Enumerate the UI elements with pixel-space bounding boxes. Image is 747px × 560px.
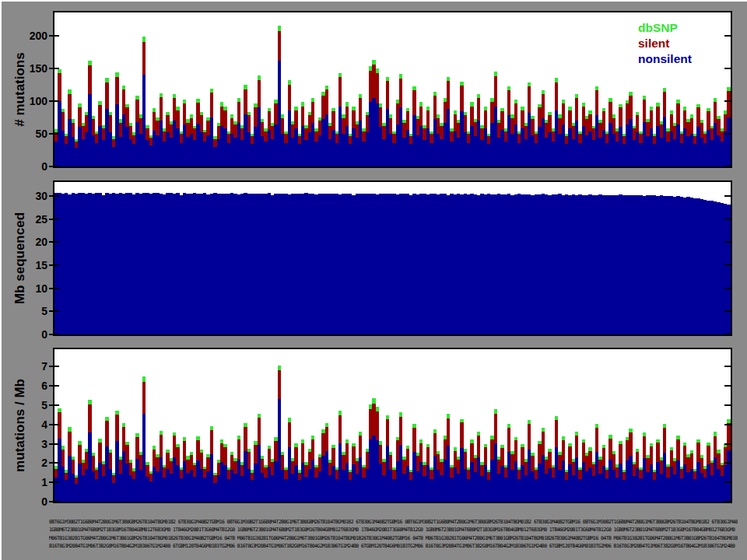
y-tick-label: 25 [35, 214, 47, 225]
y-tick-label: 50 [35, 128, 47, 139]
figure-canvas: # mutations Mb sequenced mutations / Mb … [0, 0, 747, 560]
y-tick-mark [724, 443, 731, 445]
panel-mutation-rate: 01234567 [53, 348, 732, 503]
y-tick-label: 7 [41, 361, 47, 372]
sample-bar [727, 349, 730, 502]
figure-top-edge [0, 0, 747, 2]
y-tick-label: 1 [41, 477, 47, 488]
y-tick-mark [49, 166, 59, 167]
bar-segment-mb_sequenced [727, 205, 730, 334]
y-tick-label: 10 [35, 283, 47, 294]
y-tick-mark [49, 424, 59, 425]
y-tick-label: 15 [35, 260, 47, 271]
y-tick-label: 3 [41, 439, 47, 450]
y-tick-mark [724, 501, 731, 502]
y-tick-mark [49, 334, 59, 335]
stacked-bars-mutation-rate [54, 349, 731, 502]
panel-mb-sequenced: 051015202530 [53, 180, 732, 336]
y-tick-mark [49, 462, 59, 464]
y-tick-mark [724, 310, 731, 312]
bar-segment-silent [727, 423, 730, 450]
y-tick-mark [724, 288, 731, 289]
y-tick-mark [724, 133, 731, 135]
legend-item-dbsnp: dbSNP [638, 20, 692, 36]
bar-segment-nonsilent [727, 117, 730, 166]
y-tick-label: 5 [41, 306, 47, 317]
y-tick-label: 0 [41, 496, 47, 507]
stacked-bars-mutations [54, 12, 731, 166]
legend-item-silent: silent [638, 36, 692, 51]
y-tick-mark [724, 35, 731, 37]
y-tick-mark [724, 264, 731, 266]
figure-left-edge [0, 0, 2, 560]
y-tick-mark [49, 288, 59, 289]
y-tick-label: 20 [35, 236, 47, 247]
y-tick-mark [49, 481, 59, 483]
y-tick-mark [49, 100, 59, 102]
y-tick-mark [724, 385, 731, 387]
y-tick-label: 200 [30, 30, 47, 41]
y-tick-label: 30 [35, 191, 47, 201]
y-tick-mark [724, 166, 731, 167]
y-tick-mark [49, 443, 59, 445]
y-tick-label: 0 [41, 161, 47, 172]
y-tick-mark [724, 241, 731, 243]
y-tick-mark [724, 195, 731, 197]
y-tick-mark [49, 195, 59, 197]
y-axis-label-mutations-per-mb: mutations / Mb [12, 379, 28, 472]
y-tick-mark [724, 481, 731, 483]
y-tick-mark [49, 310, 59, 312]
y-tick-label: 6 [41, 380, 47, 391]
y-axis-label-mb-sequenced: Mb sequenced [12, 212, 28, 304]
y-tick-mark [49, 241, 59, 243]
y-tick-mark [724, 334, 731, 335]
y-tick-mark [49, 501, 59, 502]
y-tick-mark [49, 219, 59, 220]
y-tick-mark [49, 68, 59, 69]
y-tick-label: 4 [41, 419, 47, 430]
sample-label-row: 1GB0M6T23B01GM4T6B0M2T1B3G0M16TB04GBM012… [49, 526, 738, 534]
y-tick-mark [724, 219, 731, 220]
y-tick-mark [724, 424, 731, 425]
sample-label-rows: 0BT6G1M30B2T1G6B0M4T2B0G1M6T3B0GBM26TB10… [49, 518, 738, 552]
sample-label-row: M06TB1G302B1TG06M4T2B0G1M6T3B01GBM26TB10… [49, 534, 738, 542]
y-tick-mark [724, 100, 731, 102]
y-tick-mark [49, 264, 59, 266]
legend-item-nonsilent: nonsilent [638, 51, 692, 67]
y-tick-label: 5 [41, 400, 47, 411]
y-tick-mark [49, 366, 59, 367]
y-tick-mark [724, 366, 731, 367]
y-tick-label: 2 [41, 457, 47, 468]
bar-segment-silent [727, 91, 730, 117]
y-tick-mark [724, 68, 731, 69]
y-tick-mark [49, 133, 59, 135]
y-tick-mark [49, 35, 59, 37]
stacked-bars-mb-sequenced [54, 182, 731, 334]
y-tick-mark [49, 385, 59, 387]
y-tick-mark [49, 404, 59, 406]
y-tick-label: 100 [30, 96, 47, 107]
y-tick-mark [724, 404, 731, 406]
bar-segment-nonsilent [727, 450, 730, 502]
y-tick-mark [724, 462, 731, 464]
y-axis-label-mutations: # mutations [12, 52, 28, 126]
panel-mutation-counts: dbSNP silent nonsilent 050100150200 [53, 11, 732, 168]
y-tick-label: 0 [41, 329, 47, 340]
sample-label-row: B16T0G3M20B4TG1M06T3B2G0M16TB04G2M1B306T… [49, 542, 738, 550]
y-tick-label: 150 [30, 63, 47, 74]
sample-label-row: 0BT6G1M30B2T1G6B0M4T2B0G1M6T3B0GBM26TB10… [49, 518, 738, 526]
legend: dbSNP silent nonsilent [638, 20, 692, 67]
